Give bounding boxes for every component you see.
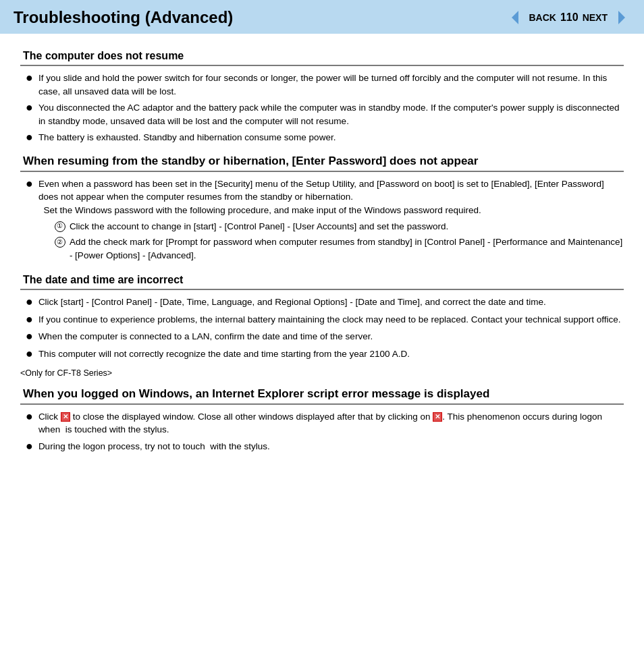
svg-marker-0: [512, 11, 518, 24]
list-item-text: Click ✕ to close the displayed window. C…: [38, 410, 624, 437]
page-number: 110: [560, 11, 579, 24]
bullet-list-3: ● Click [start] - [Control Panel] - [Dat…: [20, 296, 624, 361]
section-ie-script-error: <Only for CF-T8 Series> When you logged …: [20, 368, 624, 454]
back-label: BACK: [529, 12, 556, 23]
circled-2: ②: [55, 237, 65, 248]
section-date-time: The date and time are incorrect ● Click …: [20, 274, 624, 361]
list-item: ● If you continue to experience problems…: [20, 313, 624, 327]
x-icon-2: ✕: [433, 412, 442, 422]
list-item: ● When the computer is connected to a LA…: [20, 330, 624, 344]
bullet-dot: ●: [26, 329, 33, 344]
list-item: ● The battery is exhausted. Standby and …: [20, 131, 624, 145]
list-item: ● During the logon process, try not to t…: [20, 440, 624, 454]
list-item-text: Click [start] - [Control Panel] - [Date,…: [38, 296, 546, 309]
sub-list-item: ① Click the account to change in [start]…: [49, 220, 624, 233]
main-content: The computer does not resume ● If you sl…: [0, 34, 644, 471]
sub-list-2: ① Click the account to change in [start]…: [49, 220, 624, 262]
list-item: ● If you slide and hold the power switch…: [20, 72, 624, 98]
back-arrow[interactable]: [506, 8, 525, 27]
divider-3: [20, 289, 624, 290]
sub-list-item: ② Add the check mark for [Prompt for pas…: [49, 235, 624, 262]
list-item-text: When the computer is connected to a LAN,…: [38, 330, 373, 343]
list-item: ● Even when a password has been set in t…: [20, 177, 624, 264]
svg-marker-1: [618, 11, 625, 24]
section-enter-password: When resuming from the standby or hibern…: [20, 154, 624, 264]
list-item-text: If you continue to experience problems, …: [38, 313, 621, 327]
list-item: ● You disconnected the AC adaptor and th…: [20, 101, 624, 128]
list-item-text: This computer will not correctly recogni…: [38, 347, 410, 361]
section-title-2: When resuming from the standby or hibern…: [20, 154, 624, 168]
list-item: ● Click ✕ to close the displayed window.…: [20, 410, 624, 437]
bullet-list-2: ● Even when a password has been set in t…: [20, 177, 624, 264]
next-label: NEXT: [583, 12, 608, 23]
list-item-text: You disconnected the AC adaptor and the …: [38, 101, 624, 128]
list-item: ● Click [start] - [Control Panel] - [Dat…: [20, 296, 624, 310]
bullet-dot: ●: [26, 439, 33, 454]
bullet-dot: ●: [26, 177, 33, 192]
section-title-4: When you logged on Windows, an Internet …: [20, 387, 624, 401]
nav-controls: BACK 110 NEXT: [506, 8, 631, 27]
bullet-dot: ●: [26, 347, 33, 362]
bullet-list-4: ● Click ✕ to close the displayed window.…: [20, 410, 624, 454]
section-title-1: The computer does not resume: [20, 50, 624, 62]
page-title: Troubleshooting (Advanced): [14, 8, 233, 27]
list-item-text: If you slide and hold the power switch f…: [38, 72, 624, 98]
list-item: ● This computer will not correctly recog…: [20, 347, 624, 362]
divider-2: [20, 171, 624, 172]
bullet-dot: ●: [26, 410, 33, 424]
bullet-dot: ●: [26, 130, 33, 145]
list-item-text: The battery is exhausted. Standby and hi…: [38, 131, 336, 144]
divider-4: [20, 403, 624, 405]
sub-item-text: Click the account to change in [start] -…: [70, 220, 448, 233]
bullet-dot: ●: [26, 295, 33, 310]
section-computer-no-resume: The computer does not resume ● If you sl…: [20, 50, 624, 145]
sub-item-text: Add the check mark for [Prompt for passw…: [70, 235, 624, 262]
bullet-dot: ●: [26, 312, 33, 327]
list-item-text: Even when a password has been set in the…: [38, 177, 624, 264]
divider-1: [20, 65, 624, 66]
section-title-3: The date and time are incorrect: [20, 274, 624, 286]
bullet-list-1: ● If you slide and hold the power switch…: [20, 72, 624, 145]
circled-1: ①: [55, 221, 65, 232]
x-icon-1: ✕: [61, 412, 70, 422]
bullet-dot: ●: [26, 71, 33, 86]
bullet-dot: ●: [26, 101, 33, 115]
header: Troubleshooting (Advanced) BACK 110 NEXT: [0, 0, 644, 34]
list-item-text: During the logon process, try not to tou…: [38, 440, 270, 453]
only-series-label: <Only for CF-T8 Series>: [20, 368, 624, 378]
next-arrow[interactable]: [612, 8, 630, 27]
